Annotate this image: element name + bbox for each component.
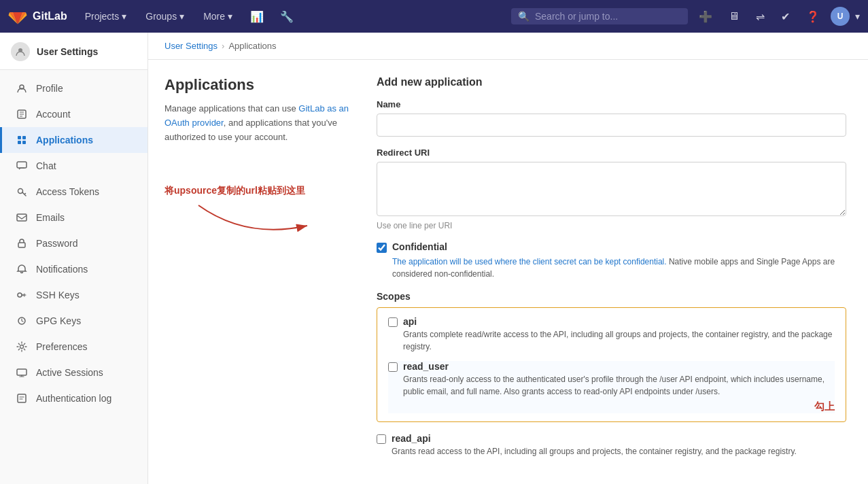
scope-read-user-checkbox[interactable] (388, 362, 398, 372)
sidebar: User Settings Profile Account Applicatio… (0, 33, 148, 484)
svg-rect-4 (22, 136, 26, 139)
todo-icon[interactable]: ✔ (776, 7, 795, 26)
content-area: Applications Manage applications that ca… (148, 60, 868, 484)
search-icon: 🔍 (518, 11, 530, 22)
sidebar-item-access-tokens[interactable]: Access Tokens (0, 179, 147, 205)
layout: User Settings Profile Account Applicatio… (0, 33, 868, 484)
user-settings-icon (11, 42, 30, 61)
confidential-desc-link: The application will be used where the c… (392, 257, 667, 266)
bell-icon (16, 263, 28, 275)
sidebar-label-chat: Chat (36, 160, 56, 171)
account-icon (16, 108, 28, 120)
activity-icon[interactable]: 📊 (245, 7, 269, 26)
scope-read-user-desc: Grants read-only access to the authentic… (403, 373, 835, 398)
annotation-arrow-icon (192, 198, 328, 253)
confidential-checkbox[interactable] (377, 243, 387, 253)
search-input[interactable] (535, 11, 681, 22)
page-description-text: Manage applications that can use GitLab … (164, 102, 349, 144)
sidebar-item-account[interactable]: Account (0, 101, 147, 127)
scope-api-checkbox[interactable] (388, 317, 398, 327)
scope-read-api-checkbox[interactable] (377, 434, 386, 444)
name-group: Name (377, 99, 846, 137)
svg-rect-9 (17, 214, 27, 221)
sidebar-label-password: Password (36, 238, 77, 249)
screen-icon[interactable]: 🖥 (723, 7, 745, 25)
scope-read-user: read_user Grants read-only access to the… (388, 361, 835, 413)
scope-api-desc: Grants complete read/write access to the… (403, 328, 835, 353)
scope-read-api-label[interactable]: read_api (392, 433, 431, 444)
chevron-down-icon: ▾ (122, 11, 126, 22)
annotation-area: 将upsource复制的url粘贴到这里 (164, 185, 349, 253)
read-api-group: read_api Grants read access to the API, … (377, 433, 846, 457)
svg-rect-7 (17, 162, 27, 168)
search-bar[interactable]: 🔍 (511, 8, 688, 24)
gitlab-logo[interactable]: GitLab (8, 7, 67, 26)
scope-read-api: read_api Grants read access to the API, … (377, 433, 846, 457)
user-icon (16, 82, 28, 94)
nav-projects[interactable]: Projects ▾ (78, 8, 134, 24)
gitlab-wordmark: GitLab (33, 10, 67, 22)
breadcrumb-current: Applications (228, 41, 276, 51)
redirect-uri-input[interactable] (377, 162, 846, 216)
sidebar-label-notifications: Notifications (36, 264, 88, 275)
annotation-arrow-text: 将upsource复制的url粘贴到这里 (164, 185, 305, 197)
redirect-uri-hint: Use one line per URI (377, 221, 846, 230)
sidebar-label-auth-log: Authentication log (36, 393, 111, 404)
sidebar-label-ssh-keys: SSH Keys (36, 290, 80, 300)
scope-read-user-label[interactable]: read_user (403, 361, 449, 372)
svg-point-11 (18, 293, 22, 297)
sidebar-item-applications[interactable]: Applications (0, 127, 147, 153)
sidebar-item-chat[interactable]: Chat (0, 153, 147, 179)
sessions-icon (16, 366, 28, 379)
main-content: User Settings › Applications Application… (148, 33, 868, 484)
sidebar-item-emails[interactable]: Emails (0, 205, 147, 230)
avatar-chevron[interactable]: ▾ (855, 11, 860, 22)
nav-groups[interactable]: Groups ▾ (139, 8, 191, 24)
confidential-label[interactable]: Confidential (392, 241, 447, 252)
chat-icon (16, 160, 28, 172)
wrench-icon[interactable]: 🔧 (275, 7, 299, 26)
plus-icon[interactable]: ➕ (693, 7, 718, 26)
nav-more[interactable]: More ▾ (196, 8, 239, 24)
gitlab-link[interactable]: GitLab as an OAuth provider (164, 103, 349, 128)
sidebar-item-profile[interactable]: Profile (0, 75, 147, 101)
svg-rect-5 (18, 141, 21, 144)
log-icon (16, 392, 28, 404)
sidebar-label-access-tokens: Access Tokens (36, 186, 99, 197)
svg-rect-3 (18, 136, 21, 139)
user-avatar[interactable]: U (831, 7, 850, 26)
sidebar-label-profile: Profile (36, 83, 63, 94)
scope-api-label[interactable]: api (403, 316, 417, 327)
scopes-group: Scopes api Grants complete read/write ac… (377, 291, 846, 422)
scope-read-user-row: read_user (388, 361, 835, 372)
svg-rect-10 (18, 243, 25, 247)
sidebar-label-gpg-keys: GPG Keys (36, 315, 81, 326)
scopes-box: api Grants complete read/write access to… (377, 307, 846, 422)
lock-icon (16, 237, 28, 249)
sidebar-title: User Settings (37, 46, 98, 57)
sidebar-item-preferences[interactable]: Preferences (0, 334, 147, 360)
scope-read-api-desc: Grants read access to the API, including… (392, 445, 846, 457)
name-input[interactable] (377, 114, 846, 137)
merge-request-icon[interactable]: ⇌ (750, 7, 770, 26)
sidebar-item-notifications[interactable]: Notifications (0, 256, 147, 282)
confidential-row: Confidential (377, 241, 846, 253)
sidebar-item-ssh-keys[interactable]: SSH Keys (0, 282, 147, 308)
ssh-icon (16, 289, 28, 301)
sidebar-item-active-sessions[interactable]: Active Sessions (0, 360, 147, 385)
form-section-title: Add new application (377, 76, 846, 88)
prefs-icon (16, 341, 28, 353)
breadcrumb-user-settings[interactable]: User Settings (164, 41, 218, 51)
application-form: Add new application Name Redirect URI Us… (366, 60, 868, 484)
breadcrumb: User Settings › Applications (148, 33, 868, 60)
sidebar-item-gpg-keys[interactable]: GPG Keys (0, 308, 147, 334)
help-icon[interactable]: ❓ (801, 7, 825, 26)
page-description: Applications Manage applications that ca… (148, 60, 366, 484)
gpg-icon (16, 315, 28, 327)
sidebar-item-password[interactable]: Password (0, 230, 147, 256)
sidebar-item-auth-log[interactable]: Authentication log (0, 385, 147, 411)
sidebar-header: User Settings (0, 33, 147, 70)
sidebar-nav: Profile Account Applications Chat (0, 70, 147, 417)
chevron-down-icon: ▾ (179, 11, 184, 22)
annotation-goushan-text: 勾上 (388, 400, 835, 413)
